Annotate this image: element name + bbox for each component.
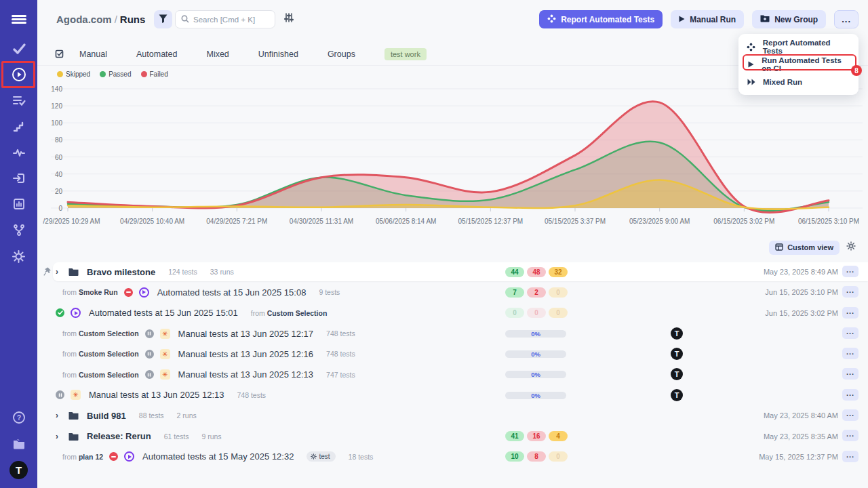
runs-icon[interactable] — [0, 65, 37, 84]
run-title[interactable]: Release: Rerun — [87, 431, 151, 441]
legend-label: Skipped — [66, 70, 90, 78]
expand-chevron-icon[interactable]: › — [56, 432, 62, 441]
run-title[interactable]: Build 981 — [87, 411, 126, 421]
row-more-button[interactable]: ... — [842, 327, 859, 339]
row-more-button[interactable]: ... — [842, 368, 859, 380]
run-title[interactable]: Manual tests at 13 Jun 2025 12:13 — [89, 390, 224, 400]
row-more-button[interactable]: ... — [842, 451, 859, 462]
help-icon[interactable]: ? — [0, 408, 37, 427]
report-automated-tests-button[interactable]: Report Automated Tests — [539, 10, 663, 28]
expand-chevron-icon[interactable]: › — [56, 411, 62, 420]
settings-gear-icon[interactable] — [0, 247, 37, 266]
runs-count: 9 runs — [201, 432, 221, 441]
pulse-icon[interactable] — [0, 143, 37, 162]
run-title[interactable]: Manual tests at 13 Jun 2025 12:17 — [178, 329, 313, 339]
badge-green: 0 — [505, 308, 524, 318]
row-more-button[interactable]: ... — [842, 430, 859, 441]
run-title[interactable]: Bravo milestone — [87, 267, 155, 277]
row-more-button[interactable]: ... — [842, 348, 859, 359]
group-row[interactable]: › Bravo milestone 124 tests 33 runs 4448… — [53, 262, 868, 282]
play-icon — [747, 61, 755, 68]
tests-count: 124 tests — [168, 268, 197, 276]
assignee-avatar[interactable]: T — [671, 348, 683, 360]
assignee-avatar[interactable]: T — [671, 327, 683, 340]
plans-icon[interactable] — [0, 91, 37, 110]
pin-icon — [43, 266, 52, 279]
run-title[interactable]: Manual tests at 13 Jun 2025 12:13 — [178, 369, 313, 380]
run-row[interactable]: › Automated tests at 15 May 2025 12:32 f… — [53, 447, 868, 467]
runs-list: › Bravo milestone 124 tests 33 runs 4448… — [53, 262, 868, 467]
menu-item-report-automated-tests[interactable]: Report Automated Tests — [738, 38, 859, 56]
run-row[interactable]: › ✳ Manual tests at 13 Jun 2025 12:16 fr… — [53, 344, 868, 364]
tab-mixed[interactable]: Mixed — [206, 49, 229, 59]
result-badges: 1080 — [505, 447, 568, 467]
run-row[interactable]: › ✳ Manual tests at 13 Jun 2025 12:13 fr… — [53, 364, 868, 384]
legend-dot — [100, 71, 106, 77]
expand-chevron-icon[interactable]: › — [56, 267, 62, 277]
run-date: Jun 15, 2025 3:02 PM — [765, 303, 838, 323]
status-pending-icon — [145, 370, 154, 379]
run-title[interactable]: Automated tests at 15 Jun 2025 15:01 — [89, 308, 238, 318]
tab-groups[interactable]: Groups — [328, 49, 355, 59]
custom-view-button[interactable]: Custom view — [769, 241, 840, 255]
row-more-button[interactable]: ... — [842, 286, 859, 298]
legend-item[interactable]: Failed — [141, 70, 168, 78]
breadcrumb-project[interactable]: Agoda.com — [56, 14, 112, 25]
filter-button[interactable] — [154, 10, 172, 28]
run-title[interactable]: Manual tests at 13 Jun 2025 12:16 — [178, 349, 313, 359]
projects-icon[interactable] — [0, 434, 37, 453]
x-tick-label: 04/29/2025 10:29 AM — [43, 218, 100, 225]
run-tag[interactable]: test — [307, 451, 335, 462]
menu-item-mixed-run[interactable]: Mixed Run — [738, 73, 859, 91]
new-group-button[interactable]: New Group — [752, 10, 826, 28]
badge-yellow: 4 — [549, 431, 568, 441]
tab-manual[interactable]: Manual — [79, 49, 107, 59]
tab-automated[interactable]: Automated — [136, 49, 177, 59]
menu-item-run-automated-tests-on-ci[interactable]: Run Automated Tests on CI — [738, 56, 859, 73]
branches-icon[interactable] — [0, 220, 37, 239]
run-row[interactable]: › Automated tests at 15 Jun 2025 15:08 f… — [53, 282, 868, 302]
filter-tag-test-work[interactable]: test work — [384, 48, 427, 60]
menu-hamburger-icon[interactable] — [0, 9, 37, 28]
x-tick-label: 05/06/2025 8:14 AM — [376, 218, 437, 225]
badge-yellow: 0 — [549, 287, 568, 298]
run-title[interactable]: Automated tests at 15 May 2025 12:32 — [142, 451, 294, 462]
import-icon[interactable] — [0, 169, 37, 188]
run-row[interactable]: › ✳ Manual tests at 13 Jun 2025 12:13 74… — [53, 385, 868, 405]
group-row[interactable]: › Release: Rerun 61 tests 9 runs 41164 M… — [53, 426, 868, 446]
tab-unfinished[interactable]: Unfinished — [258, 49, 298, 59]
row-more-button[interactable]: ... — [842, 307, 859, 319]
group-row[interactable]: › Build 981 88 tests 2 runs May 23, 2025… — [53, 405, 868, 426]
search-input[interactable] — [193, 16, 268, 24]
custom-view-label: Custom view — [787, 243, 833, 251]
row-more-button[interactable]: ... — [842, 389, 859, 401]
assignee-avatar[interactable]: T — [671, 368, 683, 380]
run-title[interactable]: Automated tests at 15 Jun 2025 15:08 — [157, 287, 307, 298]
tests-icon[interactable] — [0, 39, 37, 58]
badge-red: 8 — [527, 451, 546, 462]
row-more-button[interactable]: ... — [842, 266, 859, 277]
run-row[interactable]: › Automated tests at 15 Jun 2025 15:01 f… — [53, 303, 868, 323]
legend-item[interactable]: Passed — [100, 70, 131, 78]
sliders-icon[interactable] — [283, 12, 294, 26]
automated-run-icon — [124, 451, 134, 462]
view-bar: Custom view — [769, 239, 868, 256]
run-row[interactable]: › ✳ Manual tests at 13 Jun 2025 12:17 fr… — [53, 323, 868, 344]
search-box[interactable] — [175, 10, 275, 28]
manual-run-button[interactable]: Manual Run — [671, 10, 744, 28]
assignee-avatar[interactable]: T — [671, 389, 683, 401]
tests-count: 88 tests — [139, 411, 164, 420]
badge-red: 2 — [527, 287, 546, 298]
legend-item[interactable]: Skipped — [57, 70, 90, 78]
select-all-icon[interactable] — [54, 49, 64, 59]
reports-icon[interactable] — [0, 195, 37, 214]
milestones-icon[interactable] — [0, 117, 37, 136]
run-source: from Custom Selection — [251, 309, 328, 317]
row-more-button[interactable]: ... — [842, 409, 859, 421]
status-passed-icon — [56, 308, 64, 317]
workspace-logo[interactable]: T — [9, 461, 28, 479]
view-settings-gear-icon[interactable] — [846, 241, 856, 253]
report-automated-tests-label: Report Automated Tests — [561, 15, 654, 24]
svg-text:?: ? — [16, 414, 20, 422]
more-actions-button[interactable]: ... — [834, 10, 859, 28]
